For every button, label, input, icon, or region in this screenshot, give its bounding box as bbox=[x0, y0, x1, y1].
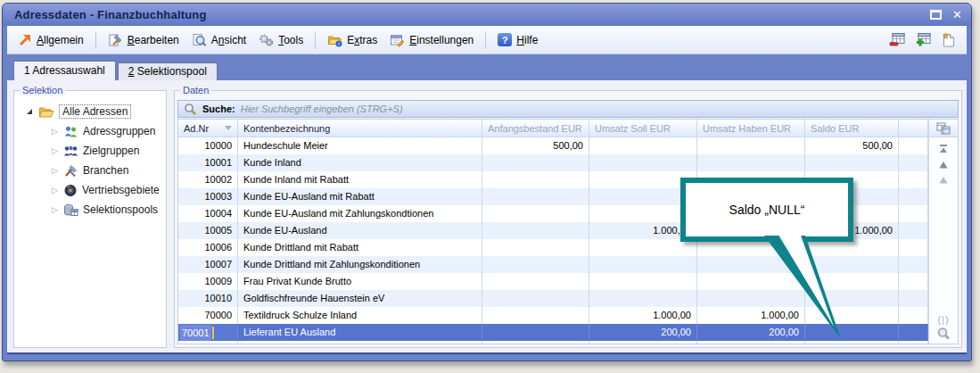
scroll-up-icon[interactable] bbox=[937, 161, 950, 170]
cell-name[interactable]: Kunde Drittland mit Zahlungskonditionen bbox=[238, 256, 482, 273]
cell-adnr[interactable]: 10010 bbox=[178, 290, 238, 307]
column-header-umsatz-haben[interactable]: Umsatz Haben EUR bbox=[697, 120, 805, 137]
cell-name[interactable]: Lieferant Drittland bbox=[238, 341, 482, 344]
cell-anf[interactable] bbox=[482, 171, 589, 188]
table-row[interactable]: 10001Kunde Inland bbox=[178, 154, 928, 171]
cell-saldo[interactable] bbox=[805, 154, 899, 171]
cell-name[interactable]: Kunde Drittland mit Rabatt bbox=[238, 239, 482, 256]
cell-adnr[interactable]: 70000 bbox=[178, 307, 238, 324]
cell-anf[interactable]: 500,00 bbox=[482, 137, 589, 154]
cell-adnr[interactable]: 10005 bbox=[178, 222, 238, 239]
column-header-umsatz-soll[interactable]: Umsatz Soll EUR bbox=[589, 120, 697, 137]
record-indicator-icon[interactable]: (|) bbox=[937, 314, 949, 325]
cell-adnr[interactable]: 10006 bbox=[178, 239, 238, 256]
table-row[interactable]: 10000Hundeschule Meier500,00500,00 bbox=[178, 137, 928, 154]
column-picker-button[interactable] bbox=[929, 120, 958, 137]
cell-anf[interactable] bbox=[482, 222, 589, 239]
cell-adnr[interactable]: 10007 bbox=[178, 256, 238, 273]
search-icon bbox=[184, 103, 197, 115]
scroll-up-page-icon[interactable] bbox=[937, 176, 950, 185]
new-record-icon[interactable] bbox=[941, 32, 956, 48]
tab-adressauswahl[interactable]: 1 Adressauswahl bbox=[13, 61, 116, 80]
cell-anf[interactable] bbox=[482, 273, 589, 290]
expanded-arrow-icon[interactable] bbox=[27, 109, 32, 114]
zoom-icon[interactable] bbox=[936, 327, 951, 341]
cell-adnr[interactable]: 10002 bbox=[178, 171, 238, 188]
cell-soll[interactable] bbox=[589, 290, 697, 307]
tree-item-alle-adressen[interactable]: Alle Adressen bbox=[16, 102, 164, 121]
table-add-icon[interactable] bbox=[915, 32, 933, 48]
cell-adnr[interactable]: 70001 bbox=[178, 324, 238, 341]
toolbar-right-group bbox=[889, 32, 961, 48]
cell-adnr[interactable]: 10003 bbox=[178, 188, 238, 205]
cell-anf[interactable] bbox=[482, 324, 589, 341]
menu-bearbeiten[interactable]: Bearbeiten bbox=[103, 30, 185, 50]
cell-anf[interactable] bbox=[482, 290, 589, 307]
cell-soll[interactable] bbox=[589, 273, 697, 290]
menu-extras[interactable]: i Extras bbox=[322, 30, 383, 50]
menu-einstellungen[interactable]: Einstellungen bbox=[384, 30, 479, 50]
cell-adnr[interactable]: 70002 bbox=[178, 341, 238, 344]
cell-saldo[interactable]: 500,00 bbox=[805, 137, 899, 154]
collapsed-arrow-icon[interactable]: ▷ bbox=[52, 146, 59, 155]
collapsed-arrow-icon[interactable]: ▷ bbox=[52, 205, 59, 214]
selection-pools-icon bbox=[63, 203, 78, 217]
cell-soll[interactable]: 1.000,00 bbox=[589, 307, 697, 324]
menu-ansicht[interactable]: Ansicht bbox=[186, 30, 251, 50]
table-remove-icon[interactable] bbox=[889, 32, 907, 48]
industries-icon bbox=[63, 164, 78, 178]
cell-name[interactable]: Goldfischfreunde Hauenstein eV bbox=[238, 290, 482, 307]
cell-anf[interactable] bbox=[482, 205, 589, 222]
cell-anf[interactable] bbox=[482, 188, 589, 205]
menu-hilfe[interactable]: ? Hilfe bbox=[492, 30, 543, 49]
cell-name[interactable]: Kunde Inland bbox=[238, 154, 482, 171]
column-header-kontenbezeichnung[interactable]: Kontenbezeichnung bbox=[238, 120, 482, 137]
tab-selektionspool[interactable]: 2 Selektionspool bbox=[118, 62, 218, 80]
cell-anf[interactable] bbox=[482, 239, 589, 256]
column-header-saldo[interactable]: Saldo EUR bbox=[805, 120, 899, 137]
toolbar-separator bbox=[95, 31, 96, 49]
cell-adnr[interactable]: 10004 bbox=[178, 205, 238, 222]
cell-soll[interactable] bbox=[589, 154, 697, 171]
cell-name[interactable]: Hundeschule Meier bbox=[238, 137, 482, 154]
scroll-to-top-icon[interactable] bbox=[937, 144, 950, 154]
cell-adnr[interactable]: 10009 bbox=[178, 273, 238, 290]
cell-name[interactable]: Kunde EU-Ausland mit Rabatt bbox=[238, 188, 482, 205]
cell-soll[interactable] bbox=[589, 256, 697, 273]
cell-anf[interactable] bbox=[482, 256, 589, 273]
cell-anf[interactable] bbox=[482, 341, 589, 344]
menu-allgemein[interactable]: Allgemein bbox=[12, 30, 89, 50]
cell-anf[interactable] bbox=[482, 154, 589, 171]
tree-item-selektionspools[interactable]: ▷ Selektionspools bbox=[16, 200, 164, 220]
tree-item-branchen[interactable]: ▷ Branchen bbox=[16, 161, 164, 180]
cell-name[interactable]: Kunde EU-Ausland bbox=[238, 222, 482, 239]
close-icon[interactable]: ✕ bbox=[952, 10, 962, 20]
collapsed-arrow-icon[interactable]: ▷ bbox=[52, 166, 59, 175]
cell-name[interactable]: Kunde EU-Ausland mit Zahlungskondtionen bbox=[238, 205, 482, 222]
cell-anf[interactable] bbox=[482, 307, 589, 324]
restore-icon[interactable] bbox=[930, 10, 942, 20]
cell-haben[interactable] bbox=[697, 137, 805, 154]
cell-soll[interactable] bbox=[589, 341, 697, 344]
menu-tools[interactable]: Tools bbox=[253, 30, 309, 50]
column-header-adnr[interactable]: Ad.Nr bbox=[178, 120, 238, 137]
selektion-caption: Selektion bbox=[20, 85, 65, 95]
search-bar[interactable]: Suche: Hier Suchbegriff eingeben (STRG+S… bbox=[177, 100, 959, 118]
column-header-anfangsbestand[interactable]: Anfangsbestand EUR bbox=[482, 120, 589, 137]
cell-soll[interactable] bbox=[589, 137, 697, 154]
cell-soll[interactable]: 200,00 bbox=[589, 324, 697, 341]
collapsed-arrow-icon[interactable]: ▷ bbox=[52, 127, 59, 136]
tree-item-adressgruppen[interactable]: ▷ Adressgruppen bbox=[16, 121, 164, 141]
sort-descending-icon bbox=[225, 126, 232, 130]
cell-name[interactable]: Textildruck Schulze Inland bbox=[238, 307, 482, 324]
cell-name[interactable]: Lieferant EU Ausland bbox=[238, 324, 482, 341]
callout-tail bbox=[754, 230, 852, 346]
cell-name[interactable]: Frau Privat Kunde Brutto bbox=[238, 273, 482, 290]
tree-item-zielgruppen[interactable]: ▷ Zielgruppen bbox=[16, 141, 164, 161]
cell-adnr[interactable]: 10001 bbox=[178, 154, 238, 171]
cell-adnr[interactable]: 10000 bbox=[178, 137, 238, 154]
cell-name[interactable]: Kunde Inland mit Rabatt bbox=[238, 171, 482, 188]
cell-haben[interactable] bbox=[697, 154, 805, 171]
tree-item-vertriebsgebiete[interactable]: ▷ Vertriebsgebiete bbox=[16, 180, 164, 200]
collapsed-arrow-icon[interactable]: ▷ bbox=[52, 186, 59, 195]
